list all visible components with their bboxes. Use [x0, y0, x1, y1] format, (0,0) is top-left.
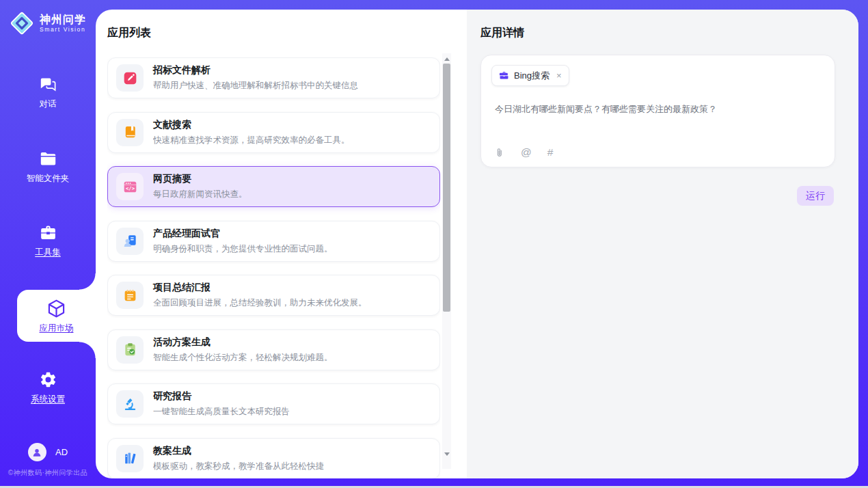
app-card-desc: 模板驱动，教案秒成，教学准备从此轻松快捷 [153, 461, 324, 472]
app-card-desc: 快速精准查找学术资源，提高研究效率的必备工具。 [153, 135, 350, 146]
app-card-desc: 明确身份和职责，为您提供专业性的面试问题。 [153, 243, 333, 255]
brand-tagline: Smart Vision [40, 26, 86, 33]
prompt-text[interactable]: 今日湖北有哪些新闻要点？有哪些需要关注的最新政策？ [495, 103, 824, 116]
svg-text:</>: </> [126, 185, 135, 191]
clipboard-check-icon [122, 342, 138, 357]
cube-icon [46, 298, 67, 319]
person-icon [31, 447, 42, 458]
close-icon[interactable]: × [556, 71, 562, 80]
app-card-title: 文献搜索 [153, 119, 350, 131]
app-card[interactable]: 项目总结汇报 全面回顾项目进展，总结经验教训，助力未来优化发展。 [107, 275, 440, 316]
app-card-title: 项目总结汇报 [153, 282, 367, 294]
detail-panel-title: 应用详情 [480, 26, 524, 40]
hash-icon[interactable]: # [547, 147, 554, 158]
app-card[interactable]: 活动方案生成 智能生成个性化活动方案，轻松解决规划难题。 [107, 329, 440, 370]
browser-code-icon: </> [122, 179, 138, 195]
app-list-title: 应用列表 [107, 26, 151, 40]
app-card-desc: 一键智能生成高质量长文本研究报告 [153, 406, 290, 418]
app-card-title: 教案生成 [153, 445, 324, 457]
app-card-title: 活动方案生成 [153, 336, 333, 349]
toolbox-icon [39, 223, 57, 242]
main-content: 应用详情 Bing搜索 × 今日湖北有哪些新闻要点？有哪些需要关注的最新政策？ … [96, 10, 858, 478]
app-card-title: 产品经理面试官 [153, 228, 333, 240]
chat-icon [39, 75, 57, 94]
scrollbar-thumb[interactable] [443, 64, 450, 312]
briefcase-icon [499, 70, 509, 81]
scroll-up-icon[interactable] [442, 55, 451, 63]
scroll-down-icon[interactable] [442, 450, 451, 458]
sidebar-nav-label: 应用市场 [40, 323, 74, 334]
prompt-card: Bing搜索 × 今日湖北有哪些新闻要点？有哪些需要关注的最新政策？ @ # [480, 55, 835, 167]
user-account[interactable]: AD [0, 443, 96, 461]
memo-icon [122, 288, 138, 303]
sidebar-nav-label: 工具集 [35, 247, 61, 258]
app-card-desc: 智能生成个性化活动方案，轻松解决规划难题。 [153, 352, 333, 364]
sidebar-nav-item[interactable]: 应用市场 [17, 290, 96, 342]
pen-edit-icon [122, 70, 138, 86]
tool-chip-bing-search[interactable]: Bing搜索 × [491, 65, 569, 86]
gem-icon [9, 10, 35, 36]
app-card-title: 招标文件解析 [153, 64, 358, 77]
attachment-icon[interactable] [494, 147, 505, 158]
gear-icon [39, 370, 57, 389]
app-card-desc: 帮助用户快速、准确地理解和解析招标书中的关键信息 [153, 80, 358, 92]
app-list-scrollbar[interactable] [442, 53, 451, 469]
sidebar-nav-item[interactable]: 对话 [0, 75, 96, 110]
books-icon [122, 450, 138, 466]
app-logo: 神州问学 Smart Vision [9, 10, 86, 36]
brand-name: 神州问学 [40, 14, 86, 26]
app-card-title: 研究报告 [153, 390, 290, 403]
sidebar-nav-label: 智能文件夹 [27, 173, 70, 185]
sidebar-nav-item[interactable]: 工具集 [0, 223, 96, 258]
microscope-icon [122, 396, 138, 412]
sidebar: 神州问学 Smart Vision 对话 智能文件夹 工具集 应用市场 系统设置 [0, 0, 96, 486]
sidebar-nav-label: 对话 [40, 98, 57, 110]
app-card-title: 网页摘要 [153, 173, 247, 185]
sidebar-nav-label: 系统设置 [31, 394, 65, 405]
interviewer-icon [122, 233, 138, 249]
app-card[interactable]: 教案生成 模板驱动，教案秒成，教学准备从此轻松快捷 [107, 438, 440, 479]
user-initials: AD [55, 447, 68, 457]
app-detail-panel: 应用详情 Bing搜索 × 今日湖北有哪些新闻要点？有哪些需要关注的最新政策？ … [467, 10, 858, 478]
avatar [28, 443, 46, 461]
app-card[interactable]: 研究报告 一键智能生成高质量长文本研究报告 [107, 383, 440, 424]
sidebar-nav-item[interactable]: 系统设置 [0, 370, 96, 405]
app-card-desc: 每日政府新闻资讯快查。 [153, 189, 247, 200]
app-card[interactable]: 产品经理面试官 明确身份和职责，为您提供专业性的面试问题。 [107, 221, 440, 262]
app-card[interactable]: </> 网页摘要 每日政府新闻资讯快查。 [107, 166, 440, 207]
run-button[interactable]: 运行 [797, 186, 834, 206]
book-icon [122, 124, 138, 140]
app-list: 招标文件解析 帮助用户快速、准确地理解和解析招标书中的关键信息 文献搜索 快速精… [107, 57, 440, 478]
app-card-desc: 全面回顾项目进展，总结经验教训，助力未来优化发展。 [153, 297, 367, 309]
folder-icon [39, 150, 57, 168]
mention-icon[interactable]: @ [521, 147, 532, 158]
sidebar-nav-item[interactable]: 智能文件夹 [0, 150, 96, 185]
copyright-footer: ©神州数码·神州问学出品 [0, 468, 96, 478]
tool-chip-label: Bing搜索 [514, 70, 550, 82]
composer-toolbar: @ # [494, 147, 553, 158]
app-card[interactable]: 文献搜索 快速精准查找学术资源，提高研究效率的必备工具。 [107, 112, 440, 153]
app-card[interactable]: 招标文件解析 帮助用户快速、准确地理解和解析招标书中的关键信息 [107, 57, 440, 98]
